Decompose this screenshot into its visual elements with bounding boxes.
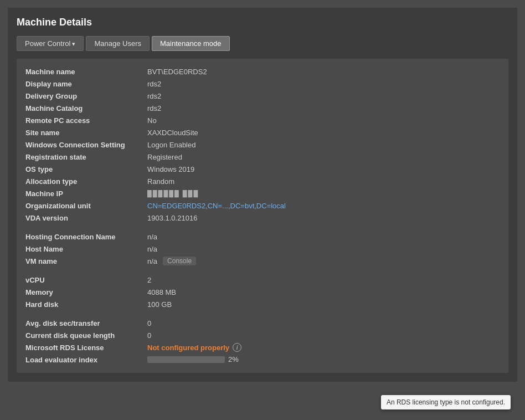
display-name-label: Display name bbox=[25, 80, 147, 88]
machine-details-panel: Machine Details Power Control Manage Use… bbox=[8, 8, 517, 382]
machine-ip-row: Machine IP ██████ ███ bbox=[25, 187, 500, 199]
os-type-value: Windows 2019 bbox=[147, 165, 194, 173]
avg-disk-label: Avg. disk sec/transfer bbox=[25, 319, 147, 327]
vm-name-value: n/a bbox=[147, 257, 157, 265]
current-disk-value: 0 bbox=[147, 331, 151, 340]
registration-state-label: Registration state bbox=[25, 153, 147, 161]
machine-name-label: Machine name bbox=[25, 68, 147, 76]
windows-connection-label: Windows Connection Setting bbox=[25, 141, 147, 149]
os-type-row: OS type Windows 2019 bbox=[25, 163, 500, 175]
load-evaluator-percent: 2% bbox=[228, 355, 239, 363]
hosting-connection-row: Hosting Connection Name n/a bbox=[25, 231, 500, 243]
load-evaluator-progress-container: 2% bbox=[147, 355, 239, 363]
machine-catalog-value: rds2 bbox=[147, 104, 161, 112]
machine-catalog-row: Machine Catalog rds2 bbox=[25, 102, 500, 114]
avg-disk-row: Avg. disk sec/transfer 0 bbox=[25, 317, 500, 329]
vcpu-row: vCPU 2 bbox=[25, 274, 500, 286]
windows-connection-row: Windows Connection Setting Logon Enabled bbox=[25, 139, 500, 151]
registration-state-row: Registration state Registered bbox=[25, 151, 500, 163]
vm-name-row: VM name n/a Console bbox=[25, 255, 500, 267]
delivery-group-value: rds2 bbox=[147, 92, 161, 100]
machine-name-value: BVT\EDGE0RDS2 bbox=[147, 68, 207, 76]
org-unit-label: Organizational unit bbox=[25, 202, 147, 210]
divider-1 bbox=[25, 224, 500, 231]
host-name-value: n/a bbox=[147, 245, 157, 253]
delivery-group-row: Delivery Group rds2 bbox=[25, 90, 500, 102]
hard-disk-row: Hard disk 100 GB bbox=[25, 298, 500, 310]
load-evaluator-progress-bg bbox=[147, 356, 225, 363]
machine-ip-value: ██████ ███ bbox=[147, 190, 199, 197]
hard-disk-label: Hard disk bbox=[25, 300, 147, 309]
remote-pc-value: No bbox=[147, 116, 157, 125]
current-disk-label: Current disk queue length bbox=[25, 331, 147, 340]
load-evaluator-label: Load evaluator index bbox=[25, 356, 147, 364]
rds-license-value: Not configured properly bbox=[147, 344, 229, 352]
toolbar: Power Control Manage Users Maintenance m… bbox=[17, 36, 508, 51]
current-disk-row: Current disk queue length 0 bbox=[25, 329, 500, 341]
tooltip-popup: An RDS licensing type is not configured. bbox=[381, 395, 511, 409]
page-title: Machine Details bbox=[17, 17, 508, 28]
vda-version-row: VDA version 1903.1.0.21016 bbox=[25, 212, 500, 224]
site-name-row: Site name XAXDCloudSite bbox=[25, 126, 500, 139]
avg-disk-value: 0 bbox=[147, 319, 151, 327]
divider-3 bbox=[25, 310, 500, 317]
site-name-value: XAXDCloudSite bbox=[147, 129, 198, 137]
registration-state-value: Registered bbox=[147, 153, 182, 161]
machine-name-row: Machine name BVT\EDGE0RDS2 bbox=[25, 65, 500, 78]
org-unit-row: Organizational unit CN=EDGE0RDS2,CN=...,… bbox=[25, 199, 500, 212]
maintenance-mode-button[interactable]: Maintenance mode bbox=[152, 36, 230, 51]
rds-license-label: Microsoft RDS License bbox=[25, 344, 147, 352]
divider-2 bbox=[25, 267, 500, 274]
host-name-label: Host Name bbox=[25, 245, 147, 253]
load-evaluator-value: 2% bbox=[147, 355, 239, 365]
site-name-label: Site name bbox=[25, 129, 147, 137]
vm-name-label: VM name bbox=[25, 257, 147, 265]
hosting-connection-value: n/a bbox=[147, 233, 157, 241]
manage-users-button[interactable]: Manage Users bbox=[86, 36, 150, 51]
delivery-group-label: Delivery Group bbox=[25, 92, 147, 100]
windows-connection-value: Logon Enabled bbox=[147, 141, 195, 149]
console-badge[interactable]: Console bbox=[163, 257, 196, 265]
allocation-type-label: Allocation type bbox=[25, 177, 147, 186]
rds-license-row: Microsoft RDS License Not configured pro… bbox=[25, 341, 500, 354]
allocation-type-row: Allocation type Random bbox=[25, 175, 500, 187]
machine-catalog-label: Machine Catalog bbox=[25, 104, 147, 112]
memory-row: Memory 4088 MB bbox=[25, 286, 500, 298]
remote-pc-label: Remote PC access bbox=[25, 116, 147, 125]
rds-info-icon[interactable]: i bbox=[233, 343, 241, 352]
vcpu-value: 2 bbox=[147, 276, 151, 284]
hosting-connection-label: Hosting Connection Name bbox=[25, 233, 147, 241]
hard-disk-value: 100 GB bbox=[147, 300, 172, 309]
host-name-row: Host Name n/a bbox=[25, 243, 500, 255]
power-control-button[interactable]: Power Control bbox=[17, 36, 84, 51]
vda-version-value: 1903.1.0.21016 bbox=[147, 214, 197, 222]
allocation-type-value: Random bbox=[147, 177, 174, 186]
vcpu-label: vCPU bbox=[25, 276, 147, 284]
details-panel: Machine name BVT\EDGE0RDS2 Display name … bbox=[17, 59, 508, 373]
display-name-row: Display name rds2 bbox=[25, 78, 500, 90]
display-name-value: rds2 bbox=[147, 80, 161, 88]
remote-pc-row: Remote PC access No bbox=[25, 114, 500, 126]
os-type-label: OS type bbox=[25, 165, 147, 173]
memory-value: 4088 MB bbox=[147, 288, 176, 296]
org-unit-value[interactable]: CN=EDGE0RDS2,CN=...,DC=bvt,DC=local bbox=[147, 202, 286, 210]
load-evaluator-row: Load evaluator index 2% An RDS licensing… bbox=[25, 354, 500, 366]
memory-label: Memory bbox=[25, 288, 147, 296]
vda-version-label: VDA version bbox=[25, 214, 147, 222]
machine-ip-label: Machine IP bbox=[25, 189, 147, 198]
